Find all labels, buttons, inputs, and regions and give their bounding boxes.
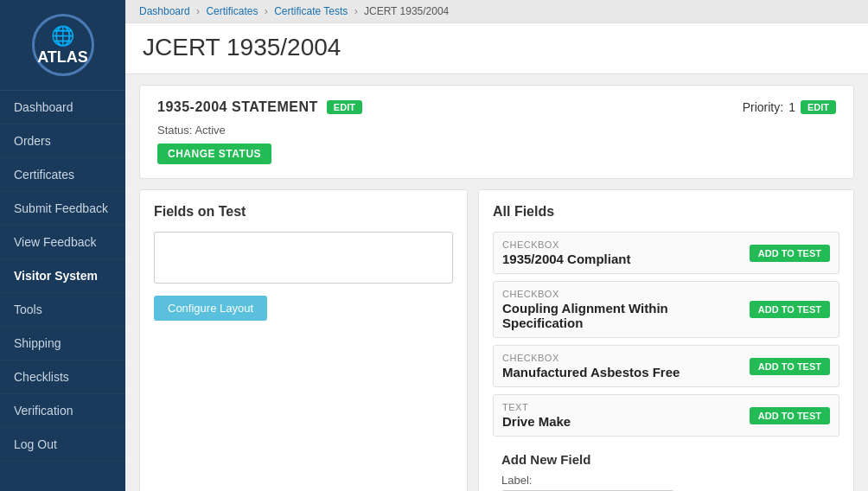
all-fields-title: All Fields bbox=[493, 204, 839, 220]
field-type: CHECKBOX bbox=[502, 353, 680, 363]
sidebar-item-orders[interactable]: Orders bbox=[0, 124, 125, 158]
configure-layout-button[interactable]: Configure Layout bbox=[154, 296, 267, 321]
main-content: Dashboard › Certificates › Certificate T… bbox=[125, 0, 868, 491]
field-name: Manufactured Asbestos Free bbox=[502, 365, 680, 379]
status-label: Status: bbox=[157, 124, 192, 137]
globe-icon: 🌐 bbox=[51, 25, 74, 48]
nav-items: DashboardOrdersCertificatesSubmit Feedba… bbox=[0, 91, 125, 462]
statement-card: 1935-2004 STATEMENT EDIT Priority: 1 EDI… bbox=[139, 85, 854, 179]
add-new-field-title: Add New Field bbox=[501, 452, 831, 467]
sidebar-item-certificates[interactable]: Certificates bbox=[0, 158, 125, 192]
all-fields-panel: All Fields CHECKBOX1935/2004 CompliantAD… bbox=[478, 189, 854, 491]
test-drop-zone[interactable] bbox=[154, 232, 453, 284]
field-row: TEXTDrive MakeADD TO TEST bbox=[493, 394, 839, 437]
fields-on-test-title: Fields on Test bbox=[154, 204, 453, 220]
sidebar-item-visitor-system[interactable]: Visitor System bbox=[0, 259, 125, 293]
add-to-test-button[interactable]: ADD TO TEST bbox=[750, 245, 830, 262]
priority-row: Priority: 1 EDIT bbox=[743, 100, 836, 114]
field-name: Drive Make bbox=[502, 414, 571, 429]
field-rows-container: CHECKBOX1935/2004 CompliantADD TO TESTCH… bbox=[493, 232, 839, 437]
field-row: CHECKBOXCoupling Alignment Within Specif… bbox=[493, 281, 839, 338]
add-to-test-button[interactable]: ADD TO TEST bbox=[750, 301, 830, 318]
sidebar-item-dashboard[interactable]: Dashboard bbox=[0, 91, 125, 124]
logo-area: 🌐 ATLAS bbox=[0, 0, 125, 91]
field-row: CHECKBOX1935/2004 CompliantADD TO TEST bbox=[493, 232, 839, 274]
status-value: Active bbox=[195, 124, 225, 137]
add-to-test-button[interactable]: ADD TO TEST bbox=[750, 407, 830, 424]
label-field-label: Label: bbox=[501, 474, 831, 487]
field-name: Coupling Alignment Within Specification bbox=[502, 301, 750, 330]
add-new-field-section: Add New Field Label: Type of input: bbox=[493, 443, 839, 491]
field-type: TEXT bbox=[502, 402, 571, 412]
content-area: 1935-2004 STATEMENT EDIT Priority: 1 EDI… bbox=[125, 74, 868, 491]
priority-edit-button[interactable]: EDIT bbox=[801, 100, 836, 114]
sidebar-item-tools[interactable]: Tools bbox=[0, 293, 125, 327]
sidebar-item-submit-feedback[interactable]: Submit Feedback bbox=[0, 192, 125, 226]
field-type: CHECKBOX bbox=[502, 289, 750, 299]
breadcrumb-current: JCERT 1935/2004 bbox=[364, 5, 449, 17]
statement-title-row: 1935-2004 STATEMENT EDIT bbox=[157, 99, 362, 115]
breadcrumb-dashboard[interactable]: Dashboard bbox=[139, 5, 190, 17]
logo-text: ATLAS bbox=[37, 49, 88, 65]
change-status-button[interactable]: CHANGE STATUS bbox=[157, 143, 271, 164]
status-line: Status: Active bbox=[157, 124, 836, 137]
page-title: JCERT 1935/2004 bbox=[143, 34, 851, 61]
sidebar-item-log-out[interactable]: Log Out bbox=[0, 428, 125, 462]
field-type: CHECKBOX bbox=[502, 239, 630, 250]
field-row: CHECKBOXManufactured Asbestos FreeADD TO… bbox=[493, 345, 839, 387]
page-header: JCERT 1935/2004 bbox=[125, 23, 868, 74]
sidebar-item-verification[interactable]: Verification bbox=[0, 394, 125, 428]
add-to-test-button[interactable]: ADD TO TEST bbox=[750, 358, 830, 375]
fields-on-test-panel: Fields on Test Configure Layout bbox=[139, 189, 468, 491]
two-col: Fields on Test Configure Layout All Fiel… bbox=[139, 189, 854, 491]
sidebar-item-shipping[interactable]: Shipping bbox=[0, 327, 125, 360]
sidebar-item-view-feedback[interactable]: View Feedback bbox=[0, 226, 125, 259]
statement-title: 1935-2004 STATEMENT bbox=[157, 99, 318, 115]
logo: 🌐 ATLAS bbox=[32, 14, 94, 76]
statement-edit-button[interactable]: EDIT bbox=[327, 100, 362, 114]
priority-label: Priority: bbox=[743, 100, 783, 114]
breadcrumb: Dashboard › Certificates › Certificate T… bbox=[125, 0, 868, 23]
sidebar: 🌐 ATLAS DashboardOrdersCertificatesSubmi… bbox=[0, 0, 125, 491]
priority-value: 1 bbox=[788, 100, 795, 114]
statement-header: 1935-2004 STATEMENT EDIT Priority: 1 EDI… bbox=[157, 99, 836, 115]
field-name: 1935/2004 Compliant bbox=[502, 252, 630, 266]
breadcrumb-certificates[interactable]: Certificates bbox=[206, 5, 258, 17]
sidebar-item-checklists[interactable]: Checklists bbox=[0, 360, 125, 394]
breadcrumb-certificate-tests[interactable]: Certificate Tests bbox=[274, 5, 348, 17]
